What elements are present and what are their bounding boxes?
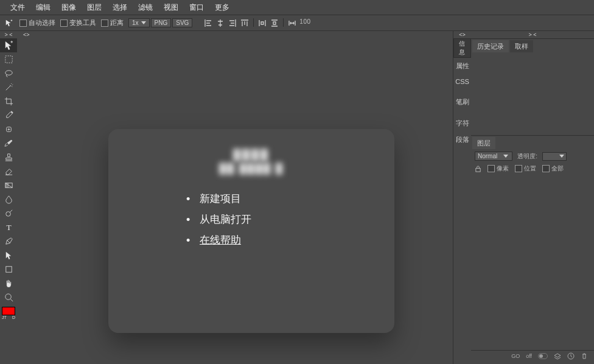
svg-point-8 <box>5 294 10 299</box>
tool-palette: T JTD <box>0 38 17 364</box>
svg-point-5 <box>5 212 10 217</box>
distribute-h-icon[interactable] <box>257 18 267 28</box>
foreground-swatch[interactable] <box>2 307 15 315</box>
align-center-h-icon[interactable] <box>215 18 225 28</box>
panel-props-tab[interactable]: 属性 <box>453 58 471 74</box>
layers-panel: 图层 Normal 透明度: 像素 位置 全部 <box>471 135 594 350</box>
zoom-select[interactable]: 1x <box>128 18 150 27</box>
blend-mode-select[interactable]: Normal <box>475 152 512 161</box>
auto-select-checkbox[interactable]: 自动选择 <box>19 18 55 27</box>
pen-tool[interactable] <box>0 234 17 248</box>
auto-select-label: 自动选择 <box>29 18 55 27</box>
panel-char-tab[interactable]: 字符 <box>453 115 471 131</box>
zoom-tool[interactable] <box>0 290 17 304</box>
menu-edit[interactable]: 编辑 <box>30 2 56 13</box>
spacing-icon[interactable] <box>287 18 297 28</box>
distance-label: 距离 <box>110 18 124 27</box>
layers-tab[interactable]: 图层 <box>472 137 495 149</box>
welcome-card: ████ ██ ████ █ 新建项目 从电脑打开 在线帮助 <box>108 129 394 333</box>
status-off: off <box>526 353 532 359</box>
options-bar: 自动选择 变换工具 距离 1x PNG SVG 100 <box>0 15 594 30</box>
svg-rect-7 <box>5 267 11 272</box>
svg-rect-4 <box>5 183 9 188</box>
export-pills: 1x PNG SVG <box>128 18 192 27</box>
menu-more[interactable]: 更多 <box>209 2 235 13</box>
stamp-tool[interactable] <box>0 150 17 164</box>
history-tab[interactable]: 历史记录 <box>472 40 509 52</box>
layer-list-empty <box>471 177 594 350</box>
status-layers-icon[interactable] <box>554 352 561 360</box>
type-tool[interactable]: T <box>0 220 17 234</box>
lock-all-checkbox[interactable]: 全部 <box>542 164 564 173</box>
svg-rect-9 <box>476 168 480 172</box>
marquee-tool[interactable] <box>0 52 17 66</box>
menu-filter[interactable]: 滤镜 <box>133 2 158 13</box>
svg-button[interactable]: SVG <box>172 18 192 27</box>
lock-pixels-checkbox[interactable]: 像素 <box>487 164 509 173</box>
wand-tool[interactable] <box>0 80 17 94</box>
shape-tool[interactable] <box>0 262 17 276</box>
opacity-input[interactable] <box>542 152 567 161</box>
brush-tool[interactable] <box>0 136 17 150</box>
eyedropper-tool[interactable] <box>0 108 17 122</box>
right-panel-strip: <> 信息 属性 CSS 笔刷 字符 段落 <box>453 31 471 364</box>
right-strip-collapse-icon[interactable]: <> <box>459 31 466 38</box>
history-panel: 历史记录 取样 <box>471 38 594 135</box>
lock-icon <box>475 166 481 172</box>
gradient-tool[interactable] <box>0 178 17 192</box>
sample-tab[interactable]: 取样 <box>510 40 533 52</box>
transform-tools-checkbox[interactable]: 变换工具 <box>60 18 96 27</box>
path-select-tool[interactable] <box>0 248 17 262</box>
lasso-tool[interactable] <box>0 66 17 80</box>
left-collapse-icon[interactable]: > < <box>0 31 17 38</box>
align-right-icon[interactable] <box>228 18 237 28</box>
heal-tool[interactable] <box>0 122 17 136</box>
menu-window[interactable]: 窗口 <box>184 2 209 13</box>
status-trash-icon[interactable] <box>581 352 588 360</box>
welcome-new-project[interactable]: 新建项目 <box>186 189 358 209</box>
panel-css-tab[interactable]: CSS <box>453 74 471 89</box>
swatch-d-label: D <box>12 315 15 320</box>
welcome-title-blur: ████ ██ ████ █ <box>197 149 306 174</box>
lock-position-checkbox[interactable]: 位置 <box>515 164 536 173</box>
align-top-icon[interactable] <box>240 18 250 28</box>
color-swatches[interactable]: JTD <box>0 304 17 323</box>
dodge-tool[interactable] <box>0 206 17 220</box>
canvas-collapse-icon[interactable]: <> <box>17 31 453 38</box>
status-history-icon[interactable] <box>567 352 575 360</box>
svg-text:T: T <box>6 223 11 232</box>
blur-tool[interactable] <box>0 192 17 206</box>
hand-tool[interactable] <box>0 276 17 290</box>
opacity-label: 透明度: <box>517 152 537 161</box>
eraser-tool[interactable] <box>0 164 17 178</box>
canvas-area: <> ████ ██ ████ █ 新建项目 从电脑打开 在线帮助 <box>17 31 453 364</box>
panel-para-tab[interactable]: 段落 <box>453 131 471 148</box>
menu-image[interactable]: 图像 <box>56 2 82 13</box>
distribute-v-icon[interactable] <box>270 18 279 28</box>
menu-file[interactable]: 文件 <box>5 2 30 13</box>
move-tool-icon <box>4 18 15 29</box>
align-group: 100 <box>203 18 310 28</box>
png-button[interactable]: PNG <box>151 18 172 27</box>
align-left-icon[interactable] <box>203 18 213 28</box>
move-tool[interactable] <box>0 38 17 52</box>
menubar: 文件 编辑 图像 图层 选择 滤镜 视图 窗口 更多 <box>0 0 594 15</box>
menu-layer[interactable]: 图层 <box>82 2 107 13</box>
status-toggle[interactable] <box>538 353 548 359</box>
swatch-jt-label: JT <box>2 315 7 320</box>
welcome-open-from-computer[interactable]: 从电脑打开 <box>186 209 358 230</box>
crop-tool[interactable] <box>0 94 17 108</box>
panel-info-tab[interactable]: 信息 <box>453 38 471 58</box>
svg-point-1 <box>5 71 12 75</box>
status-bar: GO off <box>471 350 594 361</box>
right-collapse-icon[interactable]: > < <box>471 31 594 38</box>
spacing-value[interactable]: 100 <box>299 18 310 28</box>
welcome-online-help[interactable]: 在线帮助 <box>186 230 358 251</box>
menu-view[interactable]: 视图 <box>158 2 184 13</box>
svg-rect-0 <box>5 56 12 63</box>
status-go: GO <box>511 353 520 359</box>
distance-checkbox[interactable]: 距离 <box>101 18 124 27</box>
menu-select[interactable]: 选择 <box>107 2 133 13</box>
transform-tools-label: 变换工具 <box>69 18 96 27</box>
panel-brush-tab[interactable]: 笔刷 <box>453 94 471 110</box>
